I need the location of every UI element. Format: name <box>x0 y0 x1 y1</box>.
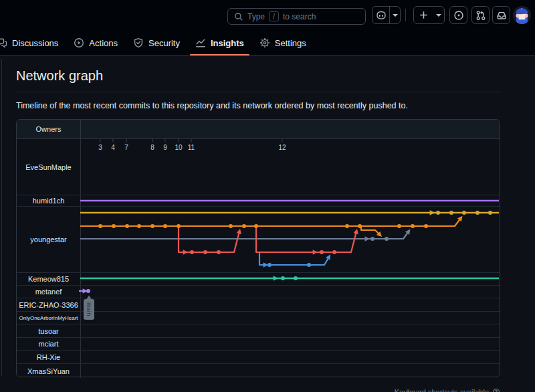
commit-dot[interactable] <box>254 224 258 228</box>
pull-requests-button[interactable] <box>471 6 490 24</box>
owners-header-cell: Owners <box>17 120 81 138</box>
owner-row: ERIC-ZHAO-3366 <box>17 298 500 312</box>
tab-insights[interactable]: Insights <box>195 31 244 56</box>
table-header-row: Owners <box>17 120 500 139</box>
copilot-icon <box>372 7 389 23</box>
create-new-button[interactable] <box>413 6 445 24</box>
commit-dot[interactable] <box>424 224 428 228</box>
owner-label[interactable]: OnlyOneArborInMyHeart <box>17 312 81 324</box>
copilot-button[interactable] <box>372 6 401 24</box>
owner-label[interactable]: EveSunMaple <box>17 139 81 195</box>
commit-dot[interactable] <box>203 250 207 254</box>
commit-dot[interactable] <box>345 224 349 228</box>
commit-dot[interactable] <box>242 224 246 228</box>
commit-dot[interactable] <box>462 211 466 215</box>
owner-row: humid1ch <box>17 195 500 207</box>
owner-row: EveSunMaple <box>17 139 500 195</box>
tab-label: Insights <box>211 38 244 48</box>
owner-label[interactable]: RH-Xie <box>17 351 81 363</box>
issue-opened-icon <box>453 10 464 21</box>
owner-row: Kemeow815 <box>17 273 500 286</box>
commit-dot[interactable] <box>150 224 154 228</box>
owner-label[interactable]: mciart <box>17 338 81 350</box>
commit-dot[interactable] <box>475 211 479 215</box>
commit-dot[interactable] <box>436 211 440 215</box>
create-new-dropdown[interactable] <box>433 7 444 23</box>
commit-dot[interactable] <box>397 224 401 228</box>
question-circle-icon <box>492 388 500 392</box>
inbox-icon <box>496 10 507 21</box>
owner-row: OnlyOneArborInMyHeart <box>17 312 500 324</box>
search-placeholder-suffix: to search <box>283 12 316 21</box>
owner-row: youngestar <box>17 207 500 273</box>
graph-icon <box>195 37 206 48</box>
owner-label[interactable]: youngestar <box>17 207 81 272</box>
commit-dot[interactable] <box>411 224 415 228</box>
header-separator <box>405 9 406 21</box>
commit-dot[interactable] <box>163 224 167 228</box>
commit-dot[interactable] <box>488 211 492 215</box>
page-title: Network graph <box>16 68 103 84</box>
owner-label[interactable]: ERIC-ZHAO-3366 <box>17 298 81 311</box>
issues-button[interactable] <box>449 6 467 24</box>
git-pull-request-icon <box>475 10 486 21</box>
repo-nav: DiscussionsActionsSecurityInsightsSettin… <box>0 30 535 56</box>
commit-dot[interactable] <box>307 263 311 267</box>
tab-settings[interactable]: Settings <box>259 31 306 56</box>
commit-dot[interactable] <box>125 224 129 228</box>
owner-label[interactable]: tusoar <box>17 324 81 337</box>
commit-dot[interactable] <box>449 211 453 215</box>
tab-security[interactable]: Security <box>133 31 180 56</box>
shield-icon <box>133 37 144 48</box>
search-placeholder-prefix: Type <box>247 12 265 21</box>
commit-dot[interactable] <box>217 250 221 254</box>
owner-row: mciart <box>17 338 500 351</box>
tab-actions[interactable]: Actions <box>74 31 118 56</box>
avatar[interactable] <box>513 6 531 24</box>
search-input[interactable]: Type / to search <box>227 8 366 25</box>
tab-label: Security <box>148 38 180 48</box>
chevron-down-icon <box>436 14 441 17</box>
page-description: Timeline of the most recent commits to t… <box>16 101 408 110</box>
keyboard-shortcuts-hint[interactable]: Keyboard shortcuts available <box>395 388 500 392</box>
network-graph-table: Owners EveSunMaplehumid1chyoungestarKeme… <box>16 119 500 377</box>
search-icon <box>234 12 243 21</box>
commit-dot[interactable] <box>294 276 298 280</box>
commit-dot[interactable] <box>332 250 336 254</box>
owner-label[interactable]: humid1ch <box>17 195 81 206</box>
commit-dot[interactable] <box>112 224 116 228</box>
commit-dot[interactable] <box>281 276 285 280</box>
tab-label: Actions <box>89 38 118 48</box>
commit-dot[interactable] <box>229 224 233 228</box>
copilot-dropdown[interactable] <box>390 7 400 23</box>
owner-label[interactable]: Kemeow815 <box>17 273 81 285</box>
chevron-down-icon <box>393 14 398 17</box>
comment-discussion-icon <box>0 37 7 48</box>
owner-row: RH-Xie <box>17 351 500 364</box>
commit-dot[interactable] <box>385 237 389 241</box>
commit-dot[interactable] <box>268 263 272 267</box>
commit-dot[interactable] <box>190 250 194 254</box>
commit-dot[interactable] <box>320 250 324 254</box>
commit-dot[interactable] <box>177 224 181 228</box>
plus-icon <box>414 7 433 23</box>
tab-label: Discussions <box>12 38 58 48</box>
slash-key-icon: / <box>269 11 279 21</box>
tab-discussions[interactable]: Discussions <box>0 31 58 56</box>
commit-dot[interactable] <box>358 224 362 228</box>
owner-row: XmasSiYuan <box>17 364 500 378</box>
commit-dot[interactable] <box>86 289 90 293</box>
inbox-button[interactable] <box>492 6 510 24</box>
gear-icon <box>259 37 270 48</box>
owner-label[interactable]: XmasSiYuan <box>17 364 81 378</box>
owner-rows: EveSunMaplehumid1chyoungestarKemeow815me… <box>17 139 500 378</box>
content-left-border <box>1 59 2 376</box>
commit-dot[interactable] <box>98 224 102 228</box>
commit-dot[interactable] <box>137 224 141 228</box>
tab-label: Settings <box>275 38 306 48</box>
commit-dot[interactable] <box>370 237 374 241</box>
owner-row: tusoar <box>17 324 500 338</box>
keyboard-shortcuts-label: Keyboard shortcuts available <box>395 388 489 392</box>
title-divider <box>16 92 500 92</box>
owner-label[interactable]: metanef <box>17 286 81 298</box>
